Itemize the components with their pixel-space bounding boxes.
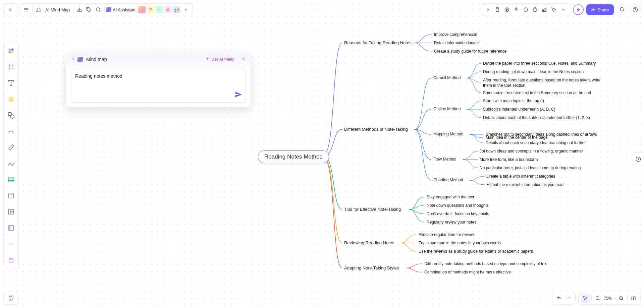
zoom-in-button[interactable] (616, 294, 626, 303)
search-icon[interactable] (94, 5, 103, 14)
sub-outline[interactable]: Outline Method (433, 107, 461, 111)
send-button[interactable] (235, 91, 242, 100)
minimap-icon[interactable] (629, 294, 638, 303)
hamburger-icon[interactable] (21, 5, 31, 14)
leaf[interactable]: Details about each secondary idea branch… (486, 140, 586, 145)
svg-point-11 (533, 8, 537, 12)
clipboard-icon[interactable] (493, 5, 502, 14)
shape-mind-icon[interactable] (6, 46, 16, 56)
undo-button[interactable] (554, 294, 564, 303)
leaf[interactable]: Stay engaged with the text (427, 195, 474, 199)
leaf[interactable]: Combination of methods might be more eff… (424, 270, 511, 274)
leaf[interactable]: Subtopics indented underneath (A, B, C) (483, 107, 555, 112)
ai-assistant-label[interactable]: AI Assistant (113, 7, 136, 12)
leaf[interactable]: Jot down ideas and concepts in a flowing… (480, 149, 583, 153)
leaf[interactable]: Improve comprehension (434, 32, 477, 37)
ai-chip-icon[interactable] (6, 255, 16, 265)
leaf[interactable]: Retain information longer (434, 41, 479, 45)
ai-input-text: Reading notes method (75, 73, 241, 79)
chart-icon[interactable] (540, 5, 549, 14)
leaf[interactable]: After reading, formulate questions based… (483, 78, 610, 88)
chip-avatar[interactable] (138, 6, 146, 13)
brand-avatar[interactable] (573, 4, 584, 15)
chip-s[interactable]: 💬 (173, 6, 180, 13)
separator (104, 6, 105, 13)
leaf[interactable]: Details about each of the subtopics inde… (483, 115, 590, 120)
connector-icon[interactable] (6, 126, 16, 137)
use-ai-freely-link[interactable]: Use AI freely (205, 57, 234, 62)
leaf[interactable]: Summarize the entire text in the Summary… (483, 90, 591, 95)
leaf[interactable]: Use the reviews as a study guide for exa… (419, 249, 533, 254)
pages-icon[interactable] (3, 292, 19, 305)
sticky-note-icon[interactable] (6, 94, 16, 105)
redo-button[interactable] (564, 294, 573, 303)
timer-icon[interactable] (530, 5, 540, 14)
chip-p[interactable]: P (147, 6, 154, 13)
leaf[interactable]: Try to summarize the notes in your own w… (419, 241, 501, 245)
svg-point-52 (9, 258, 11, 259)
branch-methods[interactable]: Different Methods of Note-Taking (344, 127, 408, 132)
cursor-icon[interactable] (549, 5, 558, 14)
chevron-down-icon[interactable] (613, 297, 616, 300)
table-icon[interactable] (6, 174, 16, 185)
shape-icon[interactable] (6, 110, 16, 121)
leaf[interactable]: Differentify note-taking methods based o… (424, 261, 547, 266)
branch-reasons[interactable]: Reasons for Taking Reading Notes (344, 40, 412, 45)
bell-icon[interactable] (616, 4, 627, 15)
zoom-out-button[interactable] (593, 294, 602, 303)
frame-icon[interactable] (6, 62, 16, 72)
leaf[interactable]: Create a table with different categories (486, 174, 555, 179)
ai-input-textarea[interactable]: Reading notes method (71, 69, 246, 103)
branch-adapting[interactable]: Adapting Note-Taking Styles (344, 265, 399, 270)
ai-dialog-title: Mind map (77, 57, 205, 62)
mindmap-canvas[interactable]: Reading Notes Method Reasons for Taking … (0, 0, 644, 308)
sparkle-icon[interactable] (512, 5, 521, 14)
svg-rect-16 (545, 8, 546, 12)
play-icon[interactable] (502, 5, 512, 14)
sub-cornell[interactable]: Cornell Method (433, 75, 461, 80)
info-icon[interactable] (632, 152, 644, 166)
leaf[interactable]: Branches out to secondary ideas along da… (486, 132, 597, 137)
leaf[interactable]: Divide the paper into three sections: Cu… (483, 61, 596, 66)
leaf[interactable]: Create a study guide for future referenc… (434, 49, 506, 54)
sub-charting[interactable]: Charting Method (433, 178, 463, 182)
branch-tips[interactable]: Tips for Effective Note-Taking (344, 207, 401, 212)
pen-icon[interactable] (6, 142, 16, 153)
leaf[interactable]: Regularly review your notes (427, 220, 476, 225)
more-icon[interactable] (6, 239, 16, 249)
expand-icon[interactable] (483, 5, 493, 14)
chip-c[interactable]: ↔ (156, 6, 163, 13)
sub-flow[interactable]: Flow Method (433, 157, 457, 162)
help-icon[interactable] (630, 4, 641, 15)
leaf[interactable]: Starts with main topic at the top (I) (483, 99, 544, 103)
leaf[interactable]: Don't overdo it, focus on key points (427, 211, 489, 216)
leaf[interactable]: During reading, jot down main ideas in t… (483, 69, 584, 74)
leaf[interactable]: Note down questions and thoughts (427, 203, 489, 208)
text-icon[interactable] (6, 78, 16, 88)
back-button[interactable] (6, 5, 15, 14)
pointer-mode-button[interactable] (581, 294, 590, 303)
chevron-down-icon[interactable] (558, 5, 568, 14)
layout-icon[interactable] (6, 206, 16, 217)
close-icon[interactable] (241, 56, 246, 62)
text-block-icon[interactable] (6, 190, 16, 201)
comment-icon[interactable] (521, 5, 530, 14)
leaf[interactable]: Fill out the relevant information as you… (486, 182, 564, 187)
leaf[interactable]: No particular order, just as ideas come … (480, 166, 581, 170)
curve-icon[interactable] (6, 158, 16, 169)
leaf[interactable]: More free form, like a brainstorm (480, 157, 538, 162)
sub-mapping[interactable]: Mapping Method (433, 132, 463, 136)
cloud-sync-icon[interactable] (34, 5, 43, 14)
leaf[interactable]: Allocate regular time for review (419, 232, 474, 237)
share-button[interactable]: Share (586, 4, 614, 15)
zoom-level[interactable]: 75% (604, 296, 612, 301)
mindmap-root-node[interactable]: Reading Notes Method (258, 150, 329, 163)
download-icon[interactable] (75, 5, 84, 14)
branch-reviewing[interactable]: Reviewing Reading Notes (344, 240, 394, 245)
panel-icon[interactable] (6, 223, 16, 233)
doc-title[interactable]: AI Mind Map (45, 7, 70, 12)
ai-dialog-back-button[interactable] (71, 56, 75, 62)
chip-m[interactable]: ⊞ (164, 6, 172, 13)
chevron-left-icon[interactable] (181, 5, 191, 14)
tag-icon[interactable] (84, 5, 94, 14)
